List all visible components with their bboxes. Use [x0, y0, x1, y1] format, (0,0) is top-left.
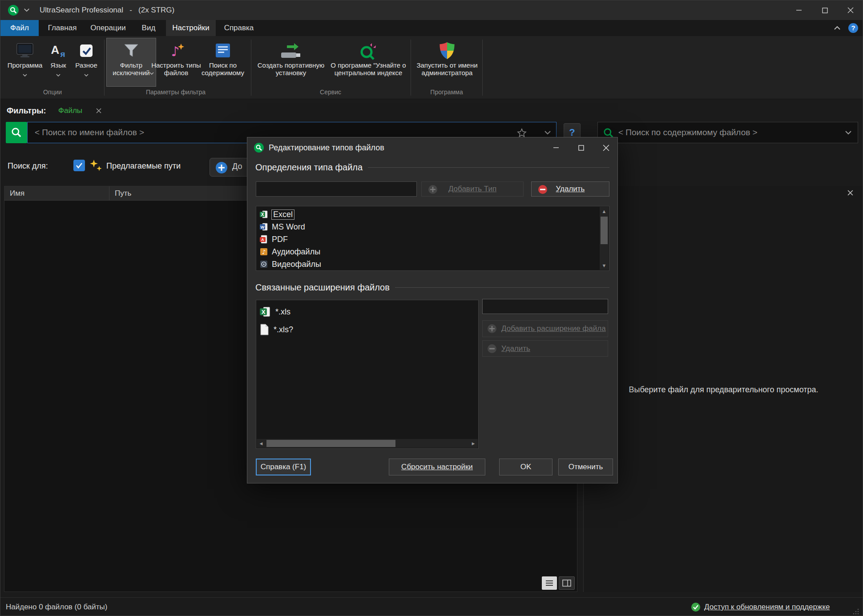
list-item-label: MS Word	[272, 222, 305, 232]
extension-list[interactable]: X *.xls *.xls? ◄ ►	[256, 300, 479, 449]
delete-extension-button[interactable]: Удалить	[482, 340, 608, 357]
app-window: UltraSearch Professional - (2x STRG) Фай…	[0, 0, 863, 616]
content-search-input[interactable]	[597, 122, 858, 143]
preview-empty-text: Выберите файл для предварительного просм…	[584, 385, 863, 395]
security-shield-icon	[439, 40, 456, 61]
quick-access-chevron-icon[interactable]	[24, 8, 30, 12]
sparkles-icon	[89, 159, 103, 173]
add-extension-button[interactable]: Добавить расширение файла	[482, 320, 608, 337]
extension-input[interactable]	[482, 299, 608, 314]
ribbon-file-types-button[interactable]: ♪ Настроить типы файлов	[150, 38, 202, 87]
ribbon-about-button[interactable]: О программе "Узнайте о центральном индек…	[328, 38, 409, 87]
content-search-chevron-icon[interactable]	[845, 130, 852, 135]
tab-help[interactable]: Справка	[218, 20, 260, 36]
ribbon-misc-button[interactable]: Разное	[71, 38, 102, 87]
add-extension-label: Добавить расширение файла	[501, 324, 606, 333]
ribbon-separator	[251, 40, 251, 96]
tab-operations[interactable]: Операции	[85, 20, 131, 36]
tab-settings[interactable]: Настройки	[166, 20, 216, 36]
filter-tab-files[interactable]: Файлы	[58, 102, 82, 120]
music-note-icon: ♪	[167, 40, 185, 61]
scrollbar-thumb[interactable]	[601, 217, 608, 244]
tab-view[interactable]: Вид	[133, 20, 164, 36]
scroll-up-icon[interactable]: ▲	[600, 207, 609, 216]
search-history-chevron-icon[interactable]	[544, 130, 551, 135]
filter-close-icon[interactable]	[96, 108, 102, 114]
list-view-button[interactable]	[542, 576, 557, 590]
section-divider	[395, 287, 609, 288]
horizontal-scrollbar[interactable]: ◄ ►	[257, 439, 478, 448]
ribbon-run-as-admin-button[interactable]: Запустить от имени администратора	[413, 38, 481, 87]
scroll-left-icon[interactable]: ◄	[257, 439, 266, 448]
delete-type-button[interactable]: Удалить	[531, 181, 609, 197]
svg-text:A: A	[261, 238, 264, 242]
type-name-input[interactable]	[256, 181, 417, 197]
resize-grip[interactable]	[853, 608, 859, 615]
tab-file[interactable]: Файл	[0, 20, 39, 36]
minimize-button[interactable]	[786, 0, 812, 20]
ok-button[interactable]: OK	[499, 459, 552, 475]
word-icon: W	[259, 222, 268, 231]
dialog-close-button[interactable]	[593, 137, 618, 158]
dialog-minimize-button[interactable]	[544, 137, 569, 158]
list-item[interactable]: X Excel	[257, 208, 599, 221]
list-item-label: *.xls?	[274, 325, 293, 334]
ribbon-tab-bar: Файл Главная Операции Вид Настройки Спра…	[0, 20, 863, 36]
tab-home[interactable]: Главная	[41, 20, 83, 36]
suggested-paths-label[interactable]: Предлагаемые пути	[106, 161, 181, 171]
ribbon-content-search-button[interactable]: Поиск по содержимому	[196, 38, 250, 87]
help-circle-icon[interactable]: ?	[847, 22, 860, 34]
dialog-titlebar: Редактирование типов файлов	[247, 137, 617, 158]
plus-circle-icon	[215, 161, 228, 174]
list-item[interactable]: ♪ Аудиофайлы	[257, 246, 599, 258]
section-divider	[368, 167, 609, 168]
dialog-maximize-button[interactable]	[569, 137, 593, 158]
ribbon-portable-button[interactable]: Создать портативную установку	[255, 38, 327, 87]
ribbon-exclusion-filter-button[interactable]: Фильтр исключений	[106, 38, 156, 87]
scrollbar-thumb[interactable]	[266, 440, 395, 447]
filter-row: Фильтры: Файлы	[0, 102, 863, 120]
ribbon-about-label: О программе "Узнайте о центральном индек…	[328, 61, 408, 76]
preview-close-icon[interactable]	[847, 189, 854, 196]
svg-text:W: W	[261, 225, 265, 229]
funnel-icon	[122, 40, 140, 61]
file-type-list[interactable]: X Excel W MS Word A PDF ♪ Аудиофа	[256, 206, 609, 271]
collapse-ribbon-icon[interactable]	[831, 22, 844, 34]
cancel-button[interactable]: Отменить	[558, 459, 613, 475]
scroll-down-icon[interactable]: ▼	[600, 261, 609, 270]
list-item-label: *.xls	[275, 307, 290, 317]
excel-icon: X	[259, 210, 268, 219]
list-item[interactable]: X *.xls	[257, 303, 468, 321]
excel-icon: X	[259, 306, 271, 318]
search-button[interactable]	[6, 122, 27, 143]
column-header-name[interactable]: Имя	[4, 186, 109, 201]
dialog-title: Редактирование типов файлов	[269, 137, 384, 158]
preview-view-button[interactable]	[559, 576, 575, 590]
list-item[interactable]: Видеофайлы	[257, 258, 599, 270]
pdf-icon: A	[259, 235, 268, 244]
close-button[interactable]	[838, 0, 863, 20]
video-file-icon	[259, 260, 268, 269]
cancel-button-label: Отменить	[569, 463, 603, 471]
add-type-button[interactable]: Добавить Тип	[421, 181, 524, 197]
list-item[interactable]: *.xls?	[257, 321, 468, 338]
suggested-paths-checkbox[interactable]	[73, 160, 85, 171]
list-item[interactable]: A PDF	[257, 233, 599, 246]
ribbon-language-label: Язык	[50, 61, 66, 69]
ribbon-portable-label: Создать портативную установку	[255, 61, 327, 76]
titlebar: UltraSearch Professional - (2x STRG)	[0, 0, 863, 20]
ribbon-group-service: Сервис	[308, 88, 353, 97]
updates-link[interactable]: Доступ к обновлениям и поддержке	[704, 598, 830, 616]
list-item[interactable]: W MS Word	[257, 221, 599, 233]
dialog-logo-icon	[254, 142, 264, 153]
reset-settings-button[interactable]: Сбросить настройки	[389, 459, 485, 475]
maximize-button[interactable]	[812, 0, 838, 20]
ok-button-label: OK	[520, 463, 532, 471]
ribbon-language-button[interactable]: Aя Язык	[45, 38, 72, 87]
help-button[interactable]: Справка (F1)	[256, 459, 311, 475]
audio-file-icon: ♪	[259, 247, 268, 256]
vertical-scrollbar[interactable]: ▲ ▼	[600, 207, 609, 270]
scroll-right-icon[interactable]: ►	[469, 439, 478, 448]
filters-label: Фильтры:	[7, 102, 46, 120]
ribbon-program-button[interactable]: Программа	[7, 38, 43, 87]
